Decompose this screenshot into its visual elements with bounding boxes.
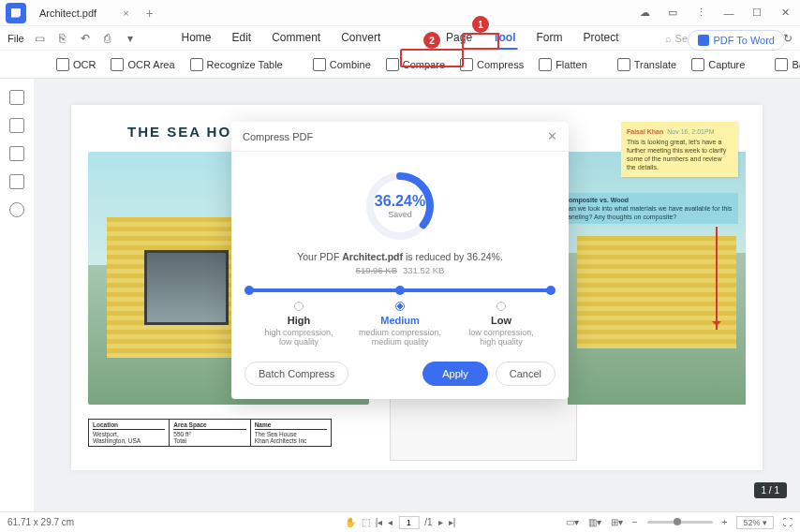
minimize-button[interactable]: — xyxy=(719,7,738,19)
word-icon xyxy=(698,35,709,46)
undo-icon[interactable]: ↶ xyxy=(77,32,94,45)
file-sizes: 519.96 KB331.52 KB xyxy=(231,265,569,275)
info-table: LocationWestport, Washington, USA Area S… xyxy=(88,419,332,447)
quality-slider[interactable] xyxy=(248,288,552,292)
apply-button[interactable]: Apply xyxy=(422,362,488,386)
compress-dialog: Compress PDF ✕ 36.24% Saved Your PDF Arc… xyxy=(231,122,569,399)
radio-icon xyxy=(395,302,405,311)
illustration-right xyxy=(568,152,746,405)
progress-dial: 36.24% Saved xyxy=(363,169,437,244)
first-page-icon[interactable]: |◂ xyxy=(376,517,383,527)
menu-form[interactable]: Form xyxy=(535,27,565,50)
ocr-icon xyxy=(56,58,69,71)
document-tab[interactable]: Architect.pdf × xyxy=(32,0,137,25)
percent-label: Saved xyxy=(388,210,412,219)
compare-icon xyxy=(386,58,399,71)
page-counter: 1 / 1 xyxy=(754,482,787,498)
batch-icon xyxy=(775,58,788,71)
fullscreen-icon[interactable]: ⛶ xyxy=(783,517,793,527)
callout-2: 2 xyxy=(400,32,464,67)
app-icon xyxy=(6,3,26,23)
option-medium[interactable]: Medium medium compression, medium qualit… xyxy=(349,302,451,347)
save-icon[interactable]: ⎘ xyxy=(54,32,71,45)
option-high[interactable]: High high compression, low quality xyxy=(248,302,349,347)
comment-highlight[interactable]: Composite vs. Wood Can we look into what… xyxy=(560,193,738,224)
tab-title: Architect.pdf xyxy=(39,7,96,19)
kebab-icon[interactable]: ⋮ xyxy=(691,7,710,19)
table-icon xyxy=(190,58,203,71)
zoom-in-icon[interactable]: + xyxy=(722,517,728,527)
new-tab-button[interactable]: + xyxy=(146,6,154,21)
sidebar xyxy=(0,79,34,511)
maximize-button[interactable]: ☐ xyxy=(748,7,766,19)
file-menu[interactable]: File xyxy=(7,33,24,44)
pdf-to-word-button[interactable]: PDF To Word xyxy=(688,30,785,51)
open-icon[interactable]: ▭ xyxy=(32,32,49,45)
comment-sticky[interactable]: Faisal KhanNov 16, 2:01PM This is lookin… xyxy=(621,122,738,177)
page-input[interactable] xyxy=(398,516,419,529)
last-page-icon[interactable]: ▸| xyxy=(449,517,456,527)
select-tool-icon[interactable]: ⬚ xyxy=(362,517,370,527)
quality-options: High high compression, low quality Mediu… xyxy=(248,302,552,347)
annotation-arrow[interactable] xyxy=(716,227,718,330)
tool-flatten[interactable]: Flatten xyxy=(539,58,587,71)
callout-1: 1 xyxy=(462,16,499,50)
tool-ocr[interactable]: OCR xyxy=(56,58,96,71)
tool-translate[interactable]: Translate xyxy=(617,58,676,71)
thumbnails-icon[interactable] xyxy=(9,90,24,105)
cancel-button[interactable]: Cancel xyxy=(496,362,556,386)
radio-icon xyxy=(294,302,304,311)
batch-compress-button[interactable]: Batch Compress xyxy=(244,362,348,386)
zoom-out-icon[interactable]: − xyxy=(632,517,638,527)
hand-tool-icon[interactable]: ✋ xyxy=(345,517,356,527)
ocr-area-icon xyxy=(111,58,124,71)
tab-close-icon[interactable]: × xyxy=(123,7,128,19)
option-low[interactable]: Low low compression, high quality xyxy=(451,302,552,347)
zoom-slider[interactable] xyxy=(647,521,713,524)
dialog-close-button[interactable]: ✕ xyxy=(547,129,557,143)
radio-icon xyxy=(496,302,506,311)
close-button[interactable]: ✕ xyxy=(776,7,794,19)
dropdown-icon[interactable]: ▾ xyxy=(122,32,139,45)
bookmarks-icon[interactable] xyxy=(9,118,24,133)
fit-icon[interactable]: ⊞▾ xyxy=(611,517,623,527)
menu-protect[interactable]: Protect xyxy=(582,27,621,50)
dialog-message: Your PDF Architect.pdf is reduced by 36.… xyxy=(231,251,569,262)
combine-icon xyxy=(313,58,326,71)
menu-home[interactable]: Home xyxy=(179,27,213,50)
flatten-icon xyxy=(539,58,552,71)
page-dimensions: 61.71 x 29.7 cm xyxy=(7,517,74,527)
tool-ocr-area[interactable]: OCR Area xyxy=(111,58,174,71)
layout-icon[interactable]: ▥▾ xyxy=(588,517,601,527)
titlebar: Architect.pdf × + ☁ ▭ ⋮ — ☐ ✕ xyxy=(0,0,800,26)
tool-combine[interactable]: Combine xyxy=(313,58,371,71)
search-panel-icon[interactable] xyxy=(9,202,24,217)
attachments-icon[interactable] xyxy=(9,174,24,189)
tool-compress[interactable]: Compress xyxy=(460,58,524,71)
capture-icon xyxy=(691,58,704,71)
tool-batch[interactable]: Batch Process xyxy=(775,58,800,71)
print-icon[interactable]: ⎙ xyxy=(99,32,116,45)
page-total: /1 xyxy=(424,517,432,527)
translate-icon xyxy=(617,58,630,71)
tool-capture[interactable]: Capture xyxy=(691,58,745,71)
prev-page-icon[interactable]: ◂ xyxy=(388,517,393,527)
zoom-value[interactable]: 52% ▾ xyxy=(736,516,774,529)
statusbar: 61.71 x 29.7 cm ✋ ⬚ |◂ ◂ /1 ▸ ▸| ▭▾ ▥▾ ⊞… xyxy=(0,511,800,532)
comments-icon[interactable] xyxy=(9,146,24,161)
view-mode-icon[interactable]: ▭▾ xyxy=(566,517,579,527)
menu-convert[interactable]: Convert xyxy=(339,27,382,50)
menu-edit[interactable]: Edit xyxy=(230,27,254,50)
next-page-icon[interactable]: ▸ xyxy=(438,517,443,527)
notification-icon[interactable]: ▭ xyxy=(663,7,682,19)
tool-recognize[interactable]: Recognize Table xyxy=(190,58,283,71)
percent-value: 36.24% xyxy=(375,193,425,210)
cloud-icon[interactable]: ☁ xyxy=(635,7,654,19)
dialog-title: Compress PDF xyxy=(243,131,313,142)
search-icon: ⌕ xyxy=(665,33,672,44)
menu-comment[interactable]: Comment xyxy=(270,27,322,50)
